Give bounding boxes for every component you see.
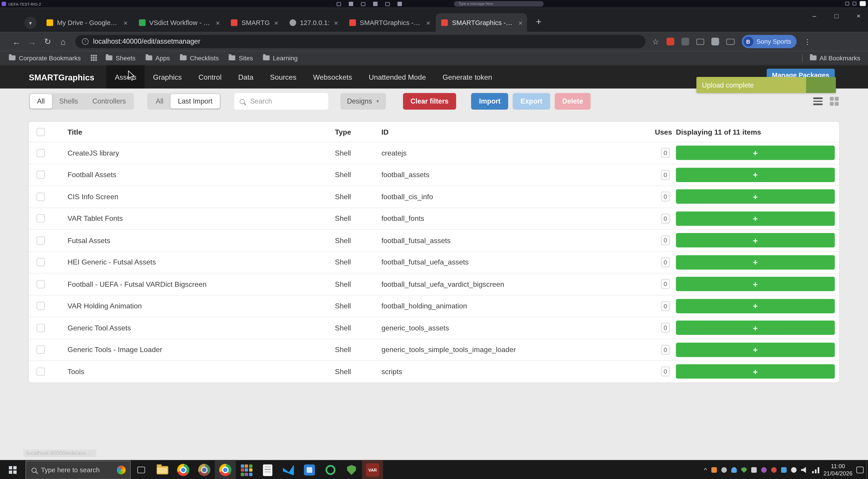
extension-icon-red[interactable] bbox=[666, 38, 674, 45]
taskbar-app-var[interactable]: VAR bbox=[362, 460, 383, 479]
tray-status-icon[interactable] bbox=[721, 467, 727, 473]
bookmark-folder[interactable]: Sites bbox=[229, 55, 253, 61]
row-checkbox[interactable] bbox=[36, 149, 45, 157]
delete-button[interactable]: Delete bbox=[555, 93, 591, 109]
table-row[interactable]: Football Assets Shell football_assets 0 … bbox=[29, 164, 839, 186]
menu-lines-icon[interactable] bbox=[398, 2, 402, 6]
tab-close-icon[interactable]: × bbox=[334, 19, 338, 27]
remote-settings-icon[interactable] bbox=[845, 2, 849, 5]
extension-icon-dark[interactable] bbox=[681, 38, 689, 45]
add-asset-button[interactable]: + bbox=[676, 233, 835, 248]
tray-chevron-icon[interactable]: ^ bbox=[704, 467, 707, 473]
table-row[interactable]: HEI Generic - Futsal Assets Shell footba… bbox=[29, 251, 839, 273]
tray-status-icon[interactable] bbox=[711, 467, 717, 473]
row-checkbox[interactable] bbox=[36, 171, 45, 179]
taskbar-app-meetings[interactable] bbox=[320, 460, 341, 479]
taskbar-app-file-explorer[interactable] bbox=[152, 460, 173, 479]
row-checkbox[interactable] bbox=[36, 280, 45, 288]
tab-close-icon[interactable]: × bbox=[216, 19, 220, 27]
table-row[interactable]: Football - UEFA - Futsal VARDict Bigscre… bbox=[29, 273, 839, 295]
nav-item[interactable]: Sources bbox=[262, 65, 305, 89]
table-row[interactable]: Generic Tool Assets Shell generic_tools_… bbox=[29, 317, 839, 339]
tab-close-icon[interactable]: × bbox=[274, 19, 278, 27]
list-view-button[interactable] bbox=[812, 97, 824, 106]
reload-button[interactable]: ↻ bbox=[40, 36, 55, 46]
minimize-button[interactable]: – bbox=[810, 12, 818, 20]
new-tab-button[interactable]: + bbox=[531, 15, 546, 29]
start-button[interactable] bbox=[0, 460, 25, 479]
type-segment[interactable]: All bbox=[30, 94, 52, 108]
add-asset-button[interactable]: + bbox=[676, 146, 835, 160]
browser-tab[interactable]: My Drive - Google Drive × bbox=[41, 13, 132, 32]
profile-chip[interactable]: B Sony Sports bbox=[742, 35, 797, 48]
display-extension-icon[interactable] bbox=[696, 38, 704, 44]
nav-item[interactable]: Assets bbox=[106, 65, 145, 89]
clear-filters-button[interactable]: Clear filters bbox=[403, 93, 456, 109]
defender-shield-icon[interactable] bbox=[741, 467, 747, 473]
bookmark-folder[interactable]: Apps bbox=[146, 55, 170, 61]
add-asset-button[interactable]: + bbox=[676, 255, 835, 269]
bookmark-folder[interactable]: Learning bbox=[263, 55, 298, 61]
row-checkbox[interactable] bbox=[36, 214, 45, 223]
type-segment[interactable]: Controllers bbox=[85, 94, 133, 108]
row-checkbox[interactable] bbox=[36, 324, 45, 332]
taskbar-app-notepad[interactable] bbox=[257, 460, 278, 479]
row-checkbox[interactable] bbox=[36, 236, 45, 245]
import-button[interactable]: Import bbox=[471, 93, 508, 109]
tray-status-icon[interactable] bbox=[781, 467, 787, 473]
row-checkbox[interactable] bbox=[36, 302, 45, 310]
bookmark-folder[interactable]: Sheets bbox=[105, 55, 135, 61]
network-icon[interactable] bbox=[812, 467, 819, 473]
row-checkbox[interactable] bbox=[36, 258, 45, 266]
fit-screen-icon[interactable] bbox=[361, 2, 365, 6]
row-checkbox[interactable] bbox=[36, 368, 45, 376]
search-highlights-icon[interactable] bbox=[117, 466, 126, 474]
back-button[interactable]: ← bbox=[9, 37, 24, 46]
table-row[interactable]: Tools Shell scripts 0 + bbox=[29, 360, 839, 382]
show-desktop-button[interactable] bbox=[866, 460, 868, 479]
session-icon[interactable] bbox=[349, 2, 353, 6]
remote-chat-input[interactable]: Type a message here bbox=[454, 1, 544, 7]
browser-tab[interactable]: SMARTGraphics - Edit Compon × bbox=[344, 13, 435, 32]
taskbar-app-antivirus[interactable] bbox=[341, 460, 362, 479]
browser-menu-icon[interactable]: ⋮ bbox=[804, 37, 811, 46]
tray-status-icon[interactable] bbox=[751, 467, 757, 473]
taskbar-clock[interactable]: 11:00 21/04/2026 bbox=[824, 463, 852, 477]
monitor-icon[interactable] bbox=[337, 2, 341, 6]
add-asset-button[interactable]: + bbox=[676, 277, 835, 291]
browser-tab[interactable]: 127.0.0.1: × bbox=[284, 13, 343, 32]
type-segment[interactable]: Shells bbox=[52, 94, 85, 108]
nav-item[interactable]: Graphics bbox=[145, 65, 190, 89]
apps-grid-icon[interactable] bbox=[91, 55, 97, 61]
table-row[interactable]: CIS Info Screen Shell football_cis_info … bbox=[29, 186, 839, 207]
fullscreen-icon[interactable] bbox=[373, 2, 378, 6]
nav-item[interactable]: Unattended Mode bbox=[361, 65, 434, 89]
bookmark-star-icon[interactable]: ☆ bbox=[652, 37, 659, 46]
volume-icon[interactable] bbox=[801, 467, 808, 473]
select-all-checkbox[interactable] bbox=[36, 128, 45, 136]
table-row[interactable]: VAR Tablet Fonts Shell football_fonts 0 … bbox=[29, 207, 839, 229]
table-row[interactable]: VAR Holding Animation Shell football_hol… bbox=[29, 295, 839, 317]
all-bookmarks[interactable]: All Bookmarks bbox=[810, 55, 860, 61]
task-view-button[interactable] bbox=[130, 460, 152, 479]
address-bar[interactable]: i localhost:40000/edit/assetmanager bbox=[75, 35, 645, 48]
taskbar-app-media[interactable] bbox=[299, 460, 320, 479]
extensions-puzzle-icon[interactable] bbox=[711, 38, 719, 45]
forward-button[interactable]: → bbox=[24, 37, 40, 46]
taskbar-app-mosaic[interactable] bbox=[236, 460, 257, 479]
taskbar-app-vscode[interactable] bbox=[278, 460, 299, 479]
search-input[interactable] bbox=[249, 97, 322, 105]
nav-item[interactable]: Generate token bbox=[434, 65, 500, 89]
tab-close-icon[interactable]: × bbox=[519, 19, 523, 27]
bookmark-corporate[interactable]: Corporate Bookmarks bbox=[9, 55, 81, 61]
tray-status-icon[interactable] bbox=[791, 467, 797, 473]
add-asset-button[interactable]: + bbox=[676, 321, 835, 335]
home-button[interactable]: ⌂ bbox=[55, 37, 71, 46]
row-checkbox[interactable] bbox=[36, 192, 45, 201]
nav-item[interactable]: Data bbox=[230, 65, 261, 89]
devices-icon[interactable] bbox=[385, 2, 390, 6]
browser-tab[interactable]: SMARTG × bbox=[225, 13, 283, 32]
export-button[interactable]: Export bbox=[513, 93, 550, 109]
taskbar-app-chrome-active[interactable] bbox=[215, 460, 236, 479]
remote-info-icon[interactable] bbox=[852, 2, 856, 5]
